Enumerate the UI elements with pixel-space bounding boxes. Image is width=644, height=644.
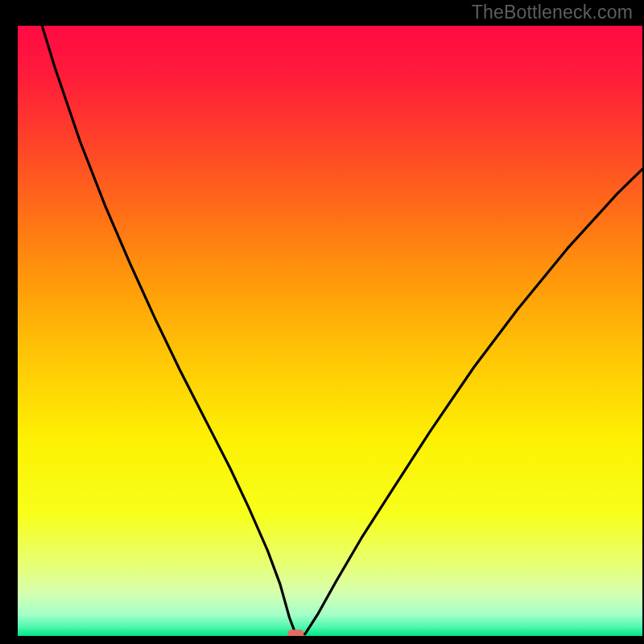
minimum-marker [287,630,303,636]
bottleneck-chart [18,26,642,636]
gradient-background [18,26,642,636]
watermark-text: TheBottleneck.com [472,2,633,23]
chart-frame: TheBottleneck.com [0,0,644,644]
